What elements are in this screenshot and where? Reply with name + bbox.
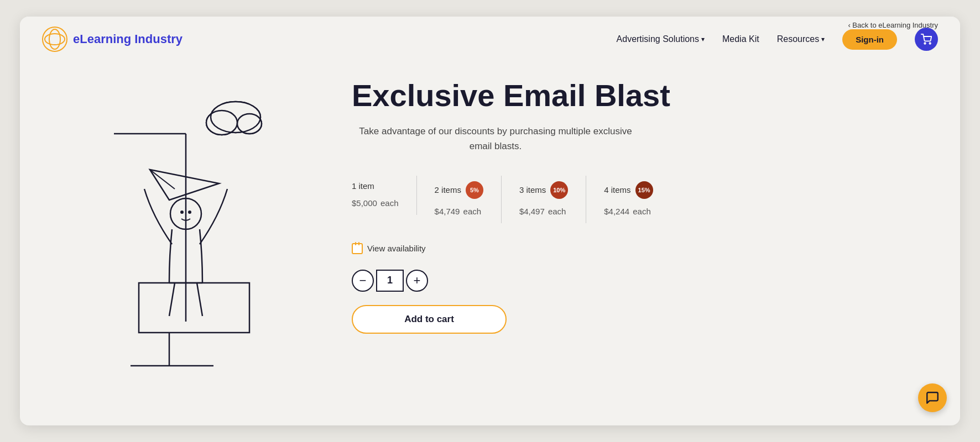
svg-line-25: [169, 283, 175, 316]
nav-item-advertising[interactable]: Advertising Solutions ▾: [617, 34, 705, 44]
pricing-price-2: $4,749 each: [435, 203, 483, 218]
pricing-item-1: 1 item $5,000 each: [352, 176, 417, 215]
logo-text: eLearning Industry: [73, 32, 183, 46]
svg-point-0: [43, 27, 67, 51]
discount-badge-5: 5%: [466, 181, 483, 199]
cart-icon: [921, 34, 932, 45]
discount-badge-15: 15%: [635, 181, 653, 199]
svg-point-2: [45, 34, 65, 45]
chevron-down-icon-resources: ▾: [821, 35, 825, 43]
quantity-decrease-button[interactable]: −: [352, 270, 374, 292]
pricing-header-3: 3 items 10%: [519, 181, 568, 199]
pricing-price-1: $5,000 each: [352, 195, 399, 209]
pricing-price-4: $4,244 each: [604, 203, 653, 218]
chevron-down-icon: ▾: [701, 35, 705, 43]
svg-marker-23: [150, 170, 219, 200]
illustration-svg: [59, 67, 302, 377]
pricing-item-4: 4 items 15% $4,244 each: [604, 176, 670, 223]
pricing-item-2: 2 items 5% $4,749 each: [435, 176, 502, 223]
pricing-header-4: 4 items 15%: [604, 181, 653, 199]
svg-point-4: [929, 43, 931, 44]
illustration-area: [42, 62, 319, 382]
logo-icon: [42, 27, 67, 52]
add-to-cart-button[interactable]: Add to cart: [352, 305, 507, 334]
logo-area[interactable]: eLearning Industry: [42, 27, 183, 52]
quantity-row: − 1 +: [352, 270, 938, 292]
pricing-row: 1 item $5,000 each 2 items 5% $4,749 eac…: [352, 176, 938, 223]
svg-rect-16: [139, 283, 249, 333]
quantity-value: 1: [376, 270, 404, 292]
main-content: Exclusive Email Blast Take advantage of …: [20, 62, 960, 404]
calendar-icon: [352, 243, 363, 254]
quantity-increase-button[interactable]: +: [406, 270, 428, 292]
pricing-price-3: $4,497 each: [519, 203, 568, 218]
pricing-label-3: 3 items: [519, 185, 546, 194]
svg-point-1: [49, 29, 60, 49]
pricing-item-3: 3 items 10% $4,497 each: [519, 176, 586, 223]
product-title: Exclusive Email Blast: [352, 78, 938, 113]
pricing-label-2: 2 items: [435, 185, 461, 194]
pricing-header-2: 2 items 5%: [435, 181, 483, 199]
svg-point-20: [180, 211, 184, 214]
svg-point-21: [188, 211, 191, 214]
product-subtitle: Take advantage of our discounts by purch…: [352, 124, 639, 154]
view-availability-text: View availability: [367, 244, 426, 253]
discount-badge-10: 10%: [550, 181, 568, 199]
svg-point-3: [924, 43, 926, 44]
nav-item-resources[interactable]: Resources ▾: [777, 34, 825, 44]
back-link-wrapper: Back to eLearning Industry: [848, 21, 938, 29]
pricing-label-1: 1 item: [352, 181, 374, 191]
cart-button[interactable]: [915, 28, 938, 51]
chat-bubble-button[interactable]: [918, 383, 947, 412]
signin-button[interactable]: Sign-in: [842, 29, 897, 50]
chat-icon: [925, 391, 940, 405]
pricing-header-1: 1 item: [352, 181, 399, 191]
page-wrapper: Back to eLearning Industry eLearning Ind…: [20, 17, 960, 425]
nav-area: Advertising Solutions ▾ Media Kit Resour…: [617, 28, 938, 51]
product-area: Exclusive Email Blast Take advantage of …: [352, 62, 938, 382]
header: Back to eLearning Industry eLearning Ind…: [20, 17, 960, 62]
pricing-label-4: 4 items: [604, 185, 630, 194]
view-availability[interactable]: View availability: [352, 243, 938, 254]
back-link[interactable]: Back to eLearning Industry: [848, 21, 938, 29]
svg-line-26: [197, 283, 202, 316]
nav-item-mediakit[interactable]: Media Kit: [722, 34, 759, 44]
